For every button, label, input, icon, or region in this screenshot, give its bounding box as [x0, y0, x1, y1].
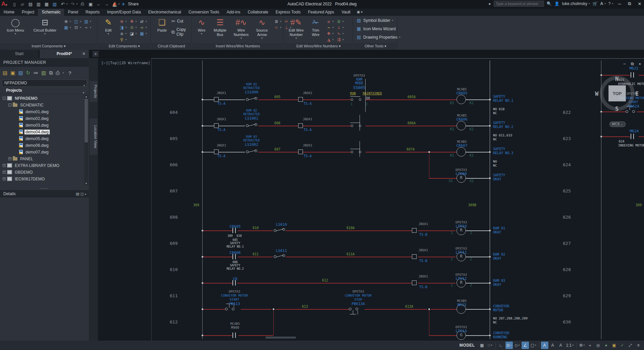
project-select[interactable]: NFPADEMO▾: [2, 80, 87, 87]
tree-item-demo05-dwg[interactable]: demo05.dwg: [14, 136, 50, 141]
file-tab-start[interactable]: Start: [0, 50, 39, 58]
help-dropdown-icon[interactable]: ▾: [612, 2, 613, 5]
drawing-close-button[interactable]: ✕: [639, 61, 641, 66]
new-tab-button[interactable]: +: [93, 51, 99, 57]
trim-wire-button[interactable]: ✁TrimWire: [308, 17, 324, 37]
publish-dropdown-icon[interactable]: ▾: [63, 72, 65, 74]
viewcube-n[interactable]: N: [615, 76, 619, 82]
search-input[interactable]: [494, 1, 544, 7]
viewcube-w[interactable]: W: [595, 90, 598, 97]
insert-box-icon[interactable]: ⊡▾: [72, 25, 83, 31]
copy-project-icon[interactable]: ⧉: [49, 70, 53, 76]
folder-icon[interactable]: ▣: [88, 2, 94, 7]
add-rung-icon[interactable]: ≣▾: [335, 18, 345, 25]
back-icon[interactable]: ←: [96, 2, 102, 7]
tree-expander-icon[interactable]: -: [8, 103, 11, 106]
details-icon-2[interactable]: ◫: [80, 192, 84, 196]
viewport-controls[interactable]: [−][Top][2D Wireframe]: [101, 61, 150, 65]
move-wirenum-icon[interactable]: ⇣▾: [335, 25, 345, 31]
tree-expander-icon[interactable]: +: [3, 177, 6, 180]
tree-item-demo07-dwg[interactable]: demo07.dwg: [14, 149, 50, 155]
tree-item-extra-library-demo[interactable]: +EXTRA LIBRARY DEMO: [3, 163, 60, 168]
viewcube-e[interactable]: E: [635, 90, 639, 97]
wcs-dropdown[interactable]: WCS ⌄: [609, 122, 626, 127]
insert-fan-icon[interactable]: ⊛▾: [62, 18, 72, 25]
save-icon[interactable]: ▤: [28, 2, 34, 7]
search-icon[interactable]: 🔍: [547, 1, 552, 6]
task-list-icon[interactable]: ≔: [33, 70, 38, 76]
insert-door-icon[interactable]: ◫▾: [72, 18, 83, 25]
open-file-icon[interactable]: ▱: [19, 2, 25, 7]
ribbon-group-label[interactable]: Edit Components ▾: [98, 43, 151, 50]
workspace-switching[interactable]: ⚙▾: [578, 342, 586, 349]
file-tab-prod04[interactable]: Prod04*✕: [40, 50, 89, 58]
drawing-restore-button[interactable]: ⧉: [631, 61, 634, 66]
menu-tab-featured-apps[interactable]: Featured Apps: [304, 9, 338, 16]
tree-expander-icon[interactable]: +: [8, 157, 11, 160]
redo-dropdown-icon[interactable]: ▾: [76, 3, 78, 5]
edit-wire-number-button[interactable]: #✎Edit WireNumber▼: [285, 17, 307, 40]
menu-tab-collaborate[interactable]: Collaborate: [244, 9, 272, 16]
annotation-visibility-toggle[interactable]: A: [541, 342, 548, 349]
multiple-bus-button[interactable]: ☰MultipleBus: [210, 17, 230, 37]
new-file-icon[interactable]: ▯: [11, 2, 17, 7]
ladder-icon[interactable]: ≣▾: [273, 18, 283, 25]
tree-item-demo01-dwg[interactable]: demo01.dwg: [14, 109, 50, 115]
edit-button[interactable]: ✎Edit▼: [100, 17, 117, 35]
menu-tab-electromechanical[interactable]: Electromechanical: [145, 9, 185, 16]
menu-tab-add-ins[interactable]: Add-ins: [223, 9, 244, 16]
tree-item-demo02-dwg[interactable]: demo02.dwg: [14, 116, 50, 121]
hardware-acceleration[interactable]: ●: [602, 342, 610, 349]
menu-tab-project[interactable]: Project: [18, 9, 38, 16]
insert-panel-icon[interactable]: ▥▾: [83, 18, 93, 25]
object-snap-tracking-toggle[interactable]: ∠: [522, 342, 529, 349]
open-project-icon[interactable]: ▤: [3, 70, 7, 76]
graphics-performance[interactable]: ✓: [619, 342, 626, 349]
link-icon[interactable]: ∞▾: [138, 25, 148, 31]
refresh-icon[interactable]: ↻: [26, 70, 31, 76]
bend-wire-icon[interactable]: ⌁▾: [325, 25, 335, 31]
tree-expander-icon[interactable]: +: [3, 164, 6, 167]
minimize-button[interactable]: ─: [616, 1, 623, 6]
move-component-icon[interactable]: ✥▾: [128, 18, 138, 25]
print-icon[interactable]: ⎙: [79, 1, 86, 7]
customization-plus[interactable]: ＋: [586, 342, 594, 349]
save-copy-icon[interactable]: ▦: [44, 2, 50, 7]
autocad-logo-icon[interactable]: AE▾: [1, 1, 9, 7]
forward-icon[interactable]: →: [104, 2, 110, 7]
swap-contacts-icon[interactable]: ⇄▾: [138, 18, 148, 25]
projects-header[interactable]: Projects▾: [0, 87, 89, 94]
delete-component-icon[interactable]: ⊗▾: [118, 18, 128, 25]
new-project-icon[interactable]: ▣: [10, 70, 15, 76]
canvas-hscroll-thumb[interactable]: [266, 337, 296, 339]
details-header[interactable]: Details ▤ ◫ ▾: [0, 190, 89, 198]
tree-item-panel[interactable]: +PANEL: [8, 156, 34, 162]
wire-numbers-button[interactable]: #∿WireNumbers▼: [230, 17, 252, 40]
restore-button[interactable]: ⧉: [626, 1, 633, 6]
wire-button[interactable]: ∿Wire▼: [194, 17, 210, 35]
save-as-icon[interactable]: ▥: [36, 2, 42, 7]
stretch-wire-icon[interactable]: ✥▾: [325, 31, 335, 37]
help-icon[interactable]: ?: [68, 70, 71, 76]
share-label[interactable]: Share: [128, 2, 139, 6]
close-button[interactable]: ✕: [636, 1, 643, 6]
zip-project-icon[interactable]: ▥: [41, 70, 46, 76]
drawing-minimize-button[interactable]: −: [623, 61, 626, 66]
ribbon-group-label[interactable]: Edit Wires/Wire Numbers ▾: [284, 43, 353, 50]
side-tab-location-view[interactable]: Location View: [90, 119, 98, 155]
tree-item-demo06-dwg[interactable]: demo06.dwg: [14, 142, 50, 148]
wire-type-icon[interactable]: ∿▾: [335, 31, 345, 37]
tree-item-demo04-dwg[interactable]: demo04.dwg: [14, 129, 50, 135]
undo-icon[interactable]: ↶: [60, 2, 66, 7]
grid-toggle[interactable]: ▦: [478, 342, 486, 349]
circuit-builder-button[interactable]: ⊟Circuit Builder▼: [30, 17, 60, 35]
cut-button[interactable]: ✂Cut: [171, 18, 192, 24]
ribbon-group-label[interactable]: Insert Components ▾: [0, 43, 97, 50]
batch-plot-icon[interactable]: ⛵: [112, 2, 118, 7]
copy-clip-button[interactable]: ⧉Copy Clip: [171, 27, 192, 37]
menu-tab-conversion-tools[interactable]: Conversion Tools: [185, 9, 223, 16]
trusted-dwg[interactable]: ▣: [610, 342, 618, 349]
menu-tab-home[interactable]: Home: [0, 9, 18, 16]
palette-resize-grip[interactable]: •••••: [0, 187, 89, 190]
tree-item-nfpademo[interactable]: -NFPADEMO: [3, 95, 39, 101]
